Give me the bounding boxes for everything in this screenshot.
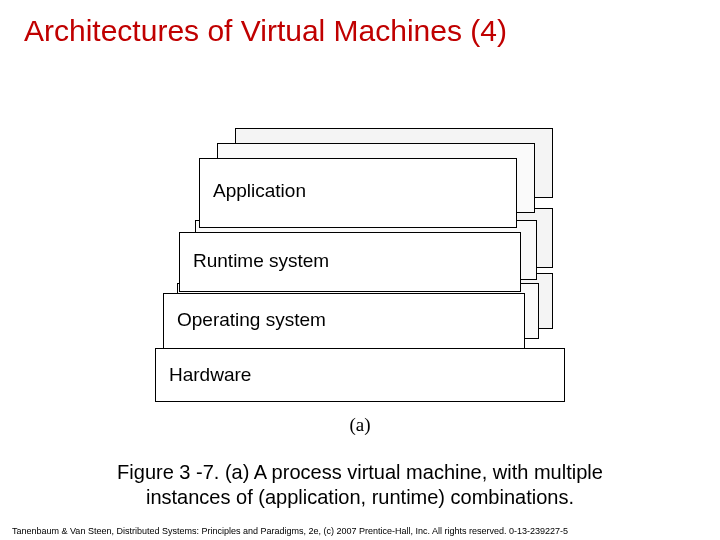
os-label: Operating system xyxy=(177,309,326,331)
copyright-text: Tanenbaum & Van Steen, Distributed Syste… xyxy=(0,526,720,536)
app-label: Application xyxy=(213,180,306,202)
figure-caption: Figure 3 -7. (a) A process virtual machi… xyxy=(0,460,720,510)
hardware-label: Hardware xyxy=(169,364,251,386)
diagram-sublabel: (a) xyxy=(0,414,720,436)
runtime-label: Runtime system xyxy=(193,250,329,272)
caption-line-2: instances of (application, runtime) comb… xyxy=(146,486,574,508)
page-title: Architectures of Virtual Machines (4) xyxy=(0,0,720,48)
vm-diagram: Hardware Operating system Runtime system… xyxy=(155,88,565,408)
caption-line-1: Figure 3 -7. (a) A process virtual machi… xyxy=(117,461,603,483)
